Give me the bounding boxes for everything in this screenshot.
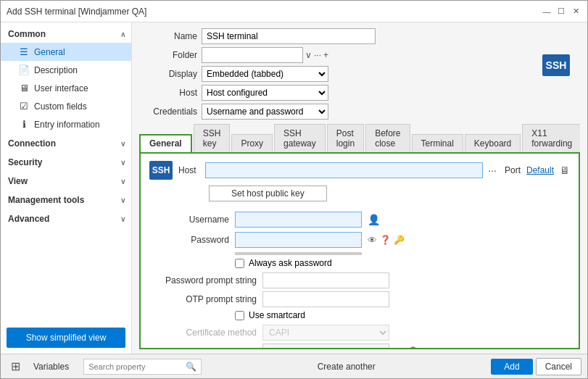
search-icon: 🔍 (186, 362, 196, 372)
username-input[interactable] (235, 212, 362, 228)
sidebar-item-description[interactable]: 📄 Description (1, 61, 131, 79)
port-default-link[interactable]: Default (526, 165, 554, 175)
folder-dropdown-btn[interactable]: ∨ (305, 50, 312, 60)
tab-post-login[interactable]: Post login (327, 124, 364, 152)
sidebar-group-header-advanced[interactable]: Advanced ∨ (1, 210, 131, 228)
minimize-button[interactable]: — (541, 6, 552, 17)
pin-icons: 👁 ❓ (395, 346, 418, 350)
apps-button[interactable]: ⊞ (7, 358, 25, 375)
pin-question-icon[interactable]: ❓ (407, 346, 418, 349)
host-inner-label: Host (178, 165, 196, 175)
tab-keyboard[interactable]: Keyboard (465, 134, 521, 152)
sidebar-group-header-common[interactable]: Common ∧ (1, 25, 131, 43)
sidebar-group-header-management[interactable]: Management tools ∨ (1, 191, 131, 209)
cancel-button[interactable]: Cancel (536, 358, 581, 375)
cert-method-label: Certificate method (149, 328, 257, 338)
sidebar-group-label-view: View (8, 176, 28, 186)
checkbox-icon: ☑ (18, 101, 30, 112)
tab-proxy[interactable]: Proxy (231, 134, 273, 152)
titlebar: Add SSH terminal [Windjammer QA] — ☐ ✕ (1, 1, 587, 22)
otp-prompt-input[interactable] (262, 291, 389, 307)
maximize-button[interactable]: ☐ (555, 6, 567, 17)
host-row: SSH Host ··· Port Default 🖥 (149, 161, 570, 180)
password-prompt-row: Password prompt string (149, 272, 570, 288)
sidebar-group-view: View ∨ (1, 172, 131, 190)
folder-add-btn[interactable]: + (323, 50, 328, 60)
chevron-down-icon-adv: ∨ (120, 215, 125, 223)
sidebar-item-label-general: General (34, 47, 65, 57)
pin-eye-icon[interactable]: 👁 (395, 346, 405, 350)
host-input-row: ··· (205, 162, 499, 178)
search-box: 🔍 (83, 359, 202, 375)
password-icons: 👁 ❓ 🔑 (368, 235, 405, 246)
sidebar-item-custom-fields[interactable]: ☑ Custom fields (1, 97, 131, 115)
chevron-down-icon: ∨ (120, 140, 125, 148)
titlebar-controls: — ☐ ✕ (541, 6, 581, 17)
sidebar-item-general[interactable]: ☰ General (1, 43, 131, 61)
name-label: Name (139, 31, 197, 41)
host-dots-button[interactable]: ··· (486, 164, 499, 176)
tab-ssh-key[interactable]: SSH key (194, 124, 231, 152)
host-field[interactable] (205, 162, 484, 178)
tab-ssh-gateway[interactable]: SSH gateway (274, 124, 326, 152)
description-icon: 📄 (18, 64, 30, 75)
host-select[interactable]: Host configured (202, 85, 328, 101)
tab-content-general: SSH Host ··· Port Default 🖥 Set host pub… (139, 152, 580, 349)
show-simplified-button[interactable]: Show simplified view (7, 328, 125, 348)
sidebar-group-management: Management tools ∨ (1, 191, 131, 209)
smartcard-label: Use smartcard (249, 310, 305, 320)
tab-x11[interactable]: X11 forwarding (522, 124, 580, 152)
window-title: Add SSH terminal [Windjammer QA] (7, 7, 146, 17)
tabs-bar: General SSH key Proxy SSH gateway Post l… (139, 124, 580, 152)
add-button[interactable]: Add (491, 359, 532, 375)
tab-terminal[interactable]: Terminal (412, 134, 463, 152)
info-icon: ℹ (18, 119, 30, 130)
sidebar: Common ∧ ☰ General 📄 Description 🖥 User … (1, 22, 132, 354)
name-input[interactable] (202, 28, 376, 44)
ssh-badge-small: SSH (149, 161, 173, 180)
eye-icon[interactable]: 👁 (368, 235, 377, 246)
password-input[interactable] (235, 232, 362, 248)
question-icon[interactable]: ❓ (380, 235, 391, 245)
set-host-button[interactable]: Set host public key (209, 186, 327, 201)
password-strength-slider (235, 252, 362, 255)
always-ask-row: Always ask password (235, 258, 570, 268)
folder-label: Folder (139, 50, 197, 60)
sidebar-item-label-description: Description (34, 65, 78, 75)
chevron-down-icon-mgmt: ∨ (120, 196, 125, 204)
search-input[interactable] (88, 362, 183, 371)
sidebar-group-header-view[interactable]: View ∨ (1, 172, 131, 190)
always-ask-checkbox[interactable] (235, 259, 244, 268)
close-button[interactable]: ✕ (570, 6, 581, 17)
smartcard-checkbox[interactable] (235, 311, 244, 320)
sidebar-item-entry-info[interactable]: ℹ Entry information (1, 115, 131, 133)
sidebar-item-user-interface[interactable]: 🖥 User interface (1, 79, 131, 97)
sidebar-item-label-custom: Custom fields (34, 101, 87, 112)
password-prompt-input[interactable] (262, 272, 389, 288)
monitor-icon-button[interactable]: 🖥 (560, 164, 570, 176)
sidebar-group-security: Security ∨ (1, 154, 131, 171)
folder-input[interactable] (202, 47, 303, 63)
tab-before-close[interactable]: Before close (365, 124, 410, 152)
pin-row: PIN 👁 ❓ (149, 343, 570, 349)
pin-input[interactable] (262, 343, 389, 349)
tab-general[interactable]: General (139, 134, 192, 152)
cert-method-row: Certificate method CAPI (149, 325, 570, 341)
sidebar-group-header-security[interactable]: Security ∨ (1, 154, 131, 171)
smartcard-row: Use smartcard (235, 310, 570, 320)
chevron-down-icon-view: ∨ (120, 178, 125, 186)
credentials-label: Credentials (139, 107, 197, 117)
credentials-select[interactable]: Username and password (202, 104, 328, 120)
folder-more-btn[interactable]: ··· (314, 50, 321, 60)
username-label: Username (149, 215, 229, 225)
sidebar-group-header-connection[interactable]: Connection ∨ (1, 135, 131, 152)
display-select[interactable]: Embedded (tabbed) (202, 66, 328, 82)
key-icon[interactable]: 🔑 (394, 235, 405, 245)
top-form: SSH Name Folder ∨ ··· + Display (139, 28, 580, 124)
sidebar-bottom: Show simplified view (1, 322, 131, 354)
sidebar-group-common: Common ∧ ☰ General 📄 Description 🖥 User … (1, 25, 131, 133)
otp-prompt-label: OTP prompt string (149, 294, 257, 304)
sidebar-group-label-management: Management tools (8, 195, 84, 205)
bottom-bar: ⊞ Variables 🔍 Create another Add Cancel (1, 354, 587, 378)
cert-method-select[interactable]: CAPI (262, 325, 389, 341)
